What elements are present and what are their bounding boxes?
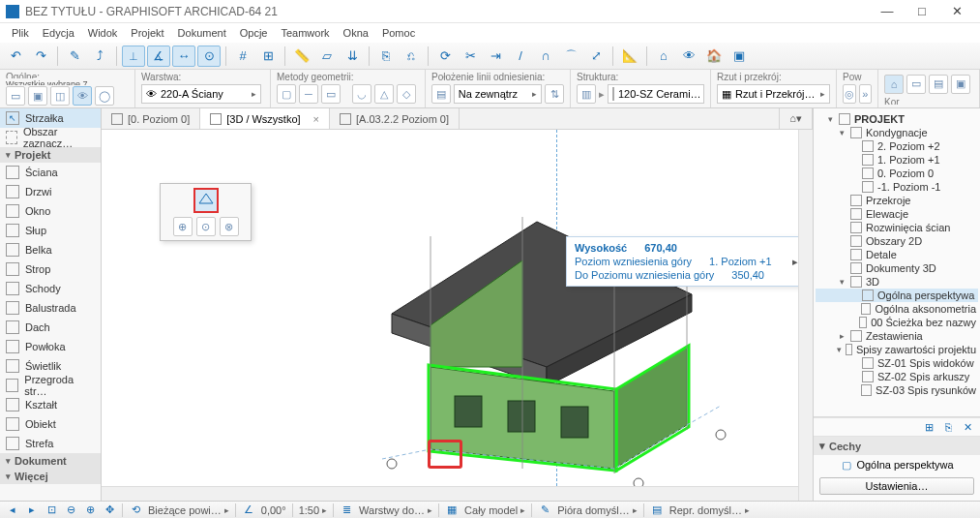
- nav-3d[interactable]: ▾3D: [816, 275, 978, 289]
- gravity-button[interactable]: ⇊: [341, 46, 364, 67]
- nav-spisy[interactable]: ▾Spisy zawartości projektu: [816, 343, 978, 356]
- nav-level-2[interactable]: 2. Poziom +2: [816, 139, 978, 153]
- close-button[interactable]: ✕: [939, 1, 974, 22]
- tool-skylight[interactable]: Świetlik: [0, 356, 101, 376]
- geom-box-icon[interactable]: ▢: [277, 84, 296, 104]
- pet-opt1-icon[interactable]: ⊕: [173, 217, 193, 236]
- pet-palette[interactable]: ⊕ ⊙ ⊗: [160, 183, 252, 241]
- struct-combo[interactable]: 120-SZ Cerami… ▸: [608, 84, 704, 104]
- sb-nav-left-icon[interactable]: ◂: [6, 503, 19, 517]
- nav-3d-axono[interactable]: Ogólna aksonometria: [816, 302, 978, 316]
- view3d-button[interactable]: ⌂: [652, 46, 675, 67]
- sb-pens[interactable]: Pióra domyśl…: [557, 504, 638, 516]
- plane-button[interactable]: ▱: [315, 46, 339, 67]
- resize-button[interactable]: ⤢: [584, 46, 608, 67]
- sb-orbit-icon[interactable]: ⟲: [129, 503, 142, 517]
- nav-3d-perspective[interactable]: Ogólna perspektywa: [816, 289, 978, 302]
- nav-sz03[interactable]: SZ-03 Spis rysunków: [816, 383, 978, 397]
- tool-roof[interactable]: Dach: [0, 318, 101, 337]
- tool-marquee[interactable]: Obszar zaznacz…: [0, 128, 101, 147]
- menu-pomoc[interactable]: Pomoc: [376, 25, 421, 41]
- undo-button[interactable]: ↶: [4, 46, 27, 67]
- nav-root[interactable]: ▾PROJEKT: [816, 112, 978, 126]
- menu-okna[interactable]: Okna: [338, 25, 374, 41]
- refline-combo[interactable]: Na zewnątrz ▸: [454, 84, 542, 104]
- intersect-button[interactable]: ∩: [534, 46, 557, 67]
- nav-obszary2d[interactable]: Obszary 2D: [816, 234, 978, 248]
- menu-widok[interactable]: Widok: [82, 25, 124, 41]
- fillet-button[interactable]: ⌒: [559, 46, 582, 67]
- redo-button[interactable]: ↷: [29, 46, 52, 67]
- menu-projekt[interactable]: Projekt: [125, 25, 169, 41]
- nav-kondygnacje[interactable]: ▾Kondygnacje: [816, 126, 978, 139]
- menu-opcje[interactable]: Opcje: [234, 25, 274, 41]
- sb-zoom-fit-icon[interactable]: ⊡: [45, 503, 58, 517]
- suspend-button[interactable]: ⟳: [433, 46, 457, 67]
- nav-sz02[interactable]: SZ-02 Spis arkuszy: [816, 370, 978, 383]
- sb-layers[interactable]: Warstwy do…: [359, 504, 432, 516]
- v-scrollbar[interactable]: [798, 130, 813, 501]
- tool-slab[interactable]: Strop: [0, 259, 101, 279]
- navmode-layout-icon[interactable]: ▤: [929, 75, 948, 94]
- nav-level-1[interactable]: 1. Poziom +1: [816, 153, 978, 167]
- menu-dokument[interactable]: Dokument: [172, 25, 232, 41]
- geom-curve-icon[interactable]: ◡: [352, 84, 371, 104]
- pow-arrow-icon[interactable]: »: [859, 84, 873, 104]
- tool-curtainwall[interactable]: Przegroda str…: [0, 376, 101, 395]
- nav-level-m1[interactable]: -1. Poziom -1: [816, 180, 978, 194]
- toolbox-section-projekt[interactable]: Projekt: [0, 147, 101, 163]
- minimize-button[interactable]: —: [870, 1, 905, 22]
- adjust-button[interactable]: ⇥: [484, 46, 507, 67]
- sb-pan-icon[interactable]: ✥: [103, 503, 116, 517]
- geom-rect-icon[interactable]: ▭: [321, 84, 341, 104]
- nav-dok3d[interactable]: Dokumenty 3D: [816, 261, 978, 275]
- pet-roof-icon[interactable]: [193, 188, 219, 213]
- tool-shell[interactable]: Powłoka: [0, 337, 101, 356]
- nav-level-0[interactable]: 0. Poziom 0: [816, 167, 978, 180]
- geom-poly-icon[interactable]: △: [374, 84, 394, 104]
- tool-stair[interactable]: Schody: [0, 279, 101, 298]
- sb-repr[interactable]: Repr. domyśl…: [669, 504, 750, 516]
- tool-beam[interactable]: Belka: [0, 240, 101, 259]
- nav-newview-icon[interactable]: ⊞: [922, 420, 935, 434]
- sb-nav-right-icon[interactable]: ▸: [25, 503, 39, 517]
- trace-button[interactable]: ⎘: [374, 46, 398, 67]
- maximize-button[interactable]: □: [905, 1, 939, 22]
- geom-rot-icon[interactable]: ◇: [397, 84, 416, 104]
- measure-button[interactable]: 📐: [618, 46, 641, 67]
- pow-icon[interactable]: ◎: [843, 84, 856, 104]
- nav-rozwiniecia[interactable]: Rozwinięcia ścian: [816, 221, 978, 234]
- grid-button[interactable]: #: [231, 46, 254, 67]
- sel-lasso-icon[interactable]: ◯: [95, 86, 114, 106]
- navmode-project-icon[interactable]: ⌂: [884, 75, 904, 94]
- navmode-pub-icon[interactable]: ▣: [951, 75, 970, 94]
- sb-scale[interactable]: 1:50: [299, 504, 327, 516]
- trim-button[interactable]: ✂: [459, 46, 482, 67]
- sb-angle[interactable]: 0,00°: [261, 504, 286, 516]
- tool-object[interactable]: Obiekt: [0, 414, 101, 434]
- nav-sz01[interactable]: SZ-01 Spis widoków: [816, 356, 978, 370]
- tool-wall[interactable]: Ściana: [0, 163, 101, 182]
- tool-railing[interactable]: Balustrada: [0, 298, 101, 318]
- snap-point-button[interactable]: ⊙: [197, 46, 221, 67]
- toolbox-section-dokument[interactable]: Dokument: [0, 453, 101, 469]
- sel-all-icon[interactable]: ▭: [6, 86, 25, 106]
- pick-button[interactable]: ✎: [63, 46, 86, 67]
- camera-button[interactable]: ▣: [728, 46, 751, 67]
- tool-zone[interactable]: Strefa: [0, 434, 101, 453]
- sb-workspace[interactable]: Bieżące powi…: [148, 504, 229, 516]
- nav-clone-icon[interactable]: ⎘: [941, 420, 955, 434]
- geom-line-icon[interactable]: ─: [299, 84, 318, 104]
- snap-angle-button[interactable]: ∡: [147, 46, 170, 67]
- menu-edycja[interactable]: Edycja: [37, 25, 80, 41]
- tool-arrow[interactable]: ↖Strzałka: [0, 108, 101, 128]
- pet-opt2-icon[interactable]: ⊙: [196, 217, 216, 236]
- settings-button[interactable]: Ustawienia…: [819, 477, 974, 495]
- nav-przekroje[interactable]: Przekroje: [816, 194, 978, 207]
- h-scrollbar[interactable]: [102, 486, 798, 501]
- grid-snap-button[interactable]: ⊞: [256, 46, 280, 67]
- sb-zoom-in-icon[interactable]: ⊕: [83, 503, 97, 517]
- snap-perp-button[interactable]: ⟂: [122, 46, 145, 67]
- tab-a032[interactable]: [A.03.2.2 Poziom 0]: [330, 108, 460, 129]
- trace-ref-button[interactable]: ⎌: [400, 46, 423, 67]
